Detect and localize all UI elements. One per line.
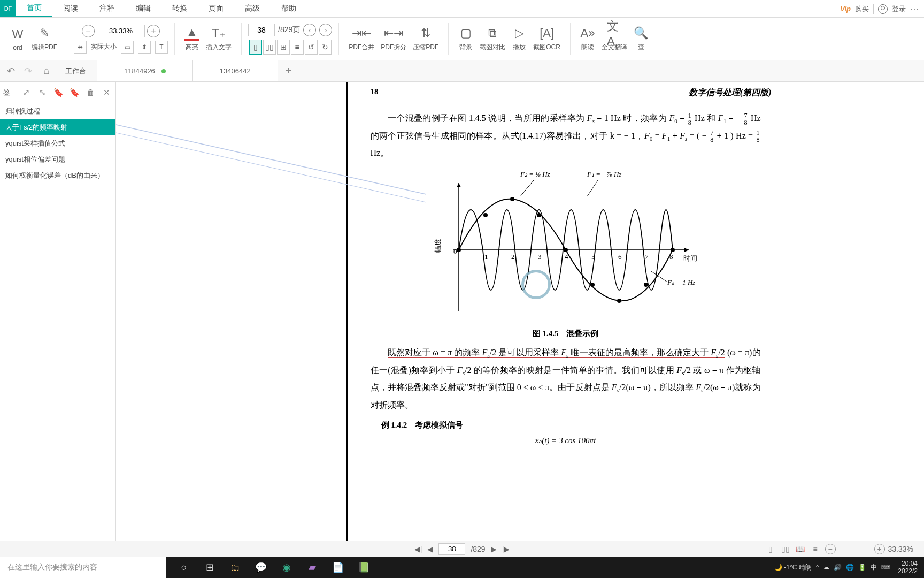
ocr-button[interactable]: [A] 截图OCR — [530, 24, 564, 54]
delete-icon[interactable]: 🗑 — [84, 87, 96, 98]
volume-icon[interactable]: 🔊 — [834, 564, 842, 571]
bookmark-add-icon[interactable]: 🔖 — [68, 87, 80, 98]
grid-view[interactable]: ⊞ — [277, 40, 290, 55]
buy-link[interactable]: 购买 — [855, 4, 869, 14]
play-label: 播放 — [513, 43, 526, 52]
rotate-left[interactable]: ↺ — [305, 40, 318, 55]
ime-indicator[interactable]: 中 — [871, 563, 877, 572]
background-button[interactable]: ▢ 背景 — [455, 24, 476, 54]
nav-forward-button[interactable]: ↷ — [21, 65, 34, 78]
pdf-app-icon-1[interactable]: 📄 — [325, 557, 351, 578]
document-tab-1[interactable]: 11844926 — [97, 60, 193, 81]
taskbar-clock[interactable]: 20:04 2022/2 — [895, 560, 921, 575]
zoom-in-button[interactable]: + — [147, 25, 160, 37]
menu-advanced[interactable]: 高级 — [234, 0, 271, 17]
edit-pdf-button[interactable]: ✎ 编辑PDF — [28, 24, 60, 54]
fit-width-icon[interactable]: ⬌ — [74, 41, 87, 54]
network-icon[interactable]: 🌐 — [846, 564, 854, 571]
expand-all-icon[interactable]: ⤢ — [20, 87, 32, 98]
cortana-icon[interactable]: ○ — [171, 557, 197, 578]
bookmark-item[interactable]: 归转换过程 — [0, 103, 116, 119]
menu-read[interactable]: 阅读 — [52, 0, 89, 17]
fit-height-icon[interactable]: ⬍ — [138, 41, 151, 54]
pdf-merge-button[interactable]: ⇥⇤ PDF合并 — [345, 24, 378, 54]
read-label: 朗读 — [581, 43, 594, 52]
pdf-compress-button[interactable]: ⇅ 压缩PDF — [410, 24, 442, 54]
svg-point-23 — [671, 248, 675, 252]
status-zoom-out[interactable]: − — [825, 544, 836, 554]
single-page-view[interactable]: ▯ — [249, 40, 262, 55]
next-page-button[interactable]: › — [319, 24, 332, 36]
windows-taskbar: 在这里输入你要搜索的内容 ○ ⊞ 🗂 💬 ◉ ▰ 📄 📗 🌙 -1°C 晴朗 ^… — [0, 557, 924, 578]
paragraph-1: 一个混叠的例子在图 1.4.5 说明，当所用的采样率为 Fs = 1 Hz 时，… — [371, 110, 761, 162]
workspace-tab[interactable]: 工作台 — [55, 60, 97, 81]
menu-edit[interactable]: 编辑 — [125, 0, 161, 17]
menu-convert[interactable]: 转换 — [161, 0, 198, 17]
insert-text-button[interactable]: T₊ 插入文字 — [203, 24, 235, 54]
menu-help[interactable]: 帮助 — [271, 0, 307, 17]
read-aloud-button[interactable]: A» 朗读 — [577, 24, 598, 54]
login-link[interactable]: 登录 — [892, 4, 906, 14]
taskbar-search[interactable]: 在这里输入你要搜索的内容 — [0, 557, 166, 578]
last-page-button[interactable]: |▶ — [502, 545, 510, 553]
page-input[interactable] — [248, 24, 275, 36]
document-tab-2[interactable]: 13406442 — [193, 60, 278, 81]
bookmark-item[interactable]: 如何权衡量化误差（dB的由来） — [0, 168, 116, 184]
bookmark-icon[interactable]: 🔖 — [52, 87, 64, 98]
more-icon[interactable]: ⋯ — [910, 4, 919, 14]
view-single-icon[interactable]: ▯ — [765, 544, 776, 554]
main-area: 签 ⤢ ⤡ 🔖 🔖 🗑 ✕ 归转换过程 大于Fs/2的频率映射 yquist采样… — [0, 82, 924, 541]
wechat-icon[interactable]: 💬 — [248, 557, 274, 578]
play-button[interactable]: ▷ 播放 — [509, 24, 530, 54]
onedrive-icon[interactable]: ☁ — [823, 564, 829, 571]
home-tab[interactable]: ⌂ — [38, 60, 55, 81]
find-button[interactable]: 🔍 查 — [630, 24, 652, 54]
two-page-view[interactable]: ▯▯ — [263, 40, 276, 55]
pdf-app-icon-2[interactable]: 📗 — [351, 557, 376, 578]
file-explorer-icon[interactable]: 🗂 — [222, 557, 248, 578]
nav-back-button[interactable]: ↶ — [4, 65, 17, 78]
fit-page-icon[interactable]: ▭ — [121, 41, 134, 54]
bookmark-item[interactable]: yquist采样插值公式 — [0, 135, 116, 151]
document-canvas[interactable]: 18 数字信号处理(第四版) 一个混叠的例子在图 1.4.5 说明，当所用的采样… — [116, 82, 924, 541]
view-double-icon[interactable]: ▯▯ — [780, 544, 791, 554]
close-sidebar-icon[interactable]: ✕ — [101, 87, 112, 98]
first-page-button[interactable]: ◀| — [414, 545, 422, 553]
edge-icon[interactable]: ◉ — [274, 557, 299, 578]
keyboard-icon[interactable]: ⌨ — [881, 564, 890, 571]
page-total: /829页 — [278, 25, 300, 35]
zoom-input[interactable] — [97, 25, 145, 37]
next-page-button[interactable]: ▶ — [491, 545, 497, 553]
visual-studio-icon[interactable]: ▰ — [299, 557, 325, 578]
zoom-out-button[interactable]: − — [82, 25, 95, 37]
actual-size-button[interactable]: 实际大小 — [91, 42, 117, 51]
menu-page[interactable]: 页面 — [198, 0, 234, 17]
weather-widget[interactable]: 🌙 -1°C 晴朗 — [774, 563, 811, 572]
menu-annotate[interactable]: 注释 — [89, 0, 125, 17]
compare-button[interactable]: ⧉ 截图对比 — [476, 24, 509, 54]
battery-icon[interactable]: 🔋 — [858, 564, 866, 571]
translate-button[interactable]: 文A 全文翻译 — [598, 24, 630, 54]
word-button[interactable]: W ord — [7, 25, 28, 54]
text-select-icon[interactable]: T — [155, 41, 168, 54]
status-page-input[interactable] — [438, 543, 465, 555]
svg-line-24 — [520, 180, 534, 196]
continuous-view[interactable]: ≡ — [291, 40, 304, 55]
view-continuous-icon[interactable]: ≡ — [810, 544, 821, 554]
bookmark-item[interactable]: yquist相位偏差问题 — [0, 151, 116, 168]
add-tab-button[interactable]: + — [278, 60, 299, 81]
rotate-right[interactable]: ↻ — [319, 40, 332, 55]
prev-page-button[interactable]: ‹ — [303, 24, 316, 36]
collapse-all-icon[interactable]: ⤡ — [36, 87, 48, 98]
task-view-icon[interactable]: ⊞ — [197, 557, 222, 578]
vip-icon: Vip — [840, 5, 851, 13]
tray-chevron-icon[interactable]: ^ — [816, 564, 819, 571]
view-book-icon[interactable]: 📖 — [795, 544, 806, 554]
pdf-split-button[interactable]: ⇤⇥ PDF拆分 — [378, 24, 410, 54]
prev-page-button[interactable]: ◀ — [427, 545, 433, 553]
highlight-button[interactable]: ▲ 高亮 — [181, 24, 203, 54]
bookmark-item[interactable]: 大于Fs/2的频率映射 — [0, 119, 116, 135]
svg-marker-3 — [684, 248, 689, 252]
status-zoom-in[interactable]: + — [874, 544, 885, 554]
menu-home[interactable]: 首页 — [16, 0, 52, 17]
